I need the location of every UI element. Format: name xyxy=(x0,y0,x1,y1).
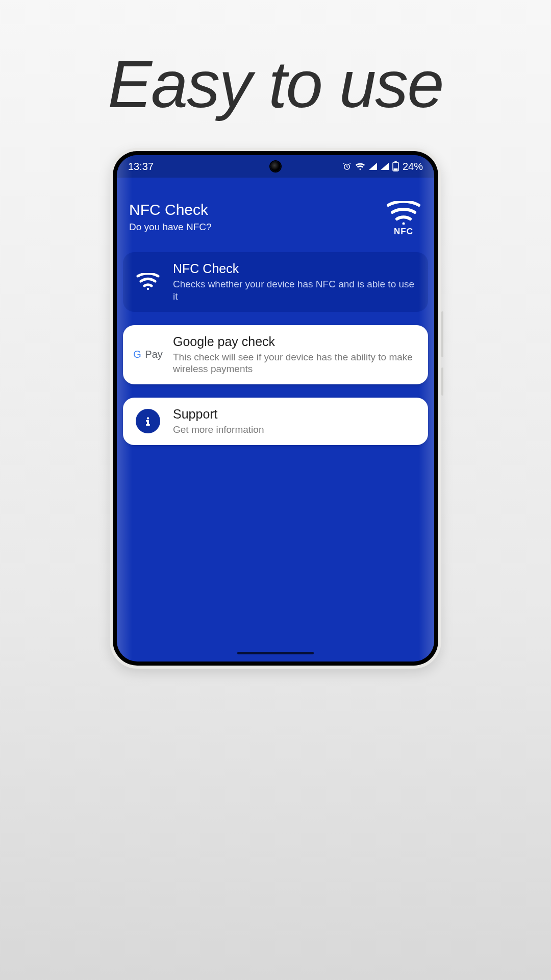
promo-headline: Easy to use xyxy=(0,46,551,122)
info-icon xyxy=(133,409,163,433)
card-nfc-check[interactable]: NFC Check Checks whether your device has… xyxy=(123,252,428,312)
card-text: NFC Check Checks whether your device has… xyxy=(173,261,418,303)
card-subtitle: Get more information xyxy=(173,424,418,436)
battery-icon xyxy=(392,161,399,172)
device-frame: 13:37 24% xyxy=(110,148,441,669)
status-battery-text: 24% xyxy=(403,161,423,173)
card-title: NFC Check xyxy=(173,261,418,276)
svg-rect-9 xyxy=(146,424,150,426)
card-title: Google pay check xyxy=(173,334,418,349)
alarm-icon xyxy=(342,162,352,171)
card-text: Google pay check This check will see if … xyxy=(173,334,418,376)
device-bezel: 13:37 24% xyxy=(113,151,438,666)
card-subtitle: Checks whether your device has NFC and i… xyxy=(173,278,418,303)
card-title: Support xyxy=(173,407,418,422)
nfc-logo-label: NFC xyxy=(385,227,422,237)
card-list: NFC Check Checks whether your device has… xyxy=(117,252,434,445)
svg-point-4 xyxy=(403,223,405,225)
status-bar: 13:37 24% xyxy=(117,155,434,178)
gesture-nav-bar[interactable] xyxy=(237,652,314,654)
app-title: NFC Check xyxy=(129,201,212,218)
card-text: Support Get more information xyxy=(173,407,418,436)
status-right-cluster: 24% xyxy=(342,161,423,173)
svg-rect-2 xyxy=(394,161,397,163)
status-time: 13:37 xyxy=(128,161,154,173)
front-camera xyxy=(270,161,281,172)
device-screen: 13:37 24% xyxy=(117,155,434,662)
wifi-icon xyxy=(355,162,365,170)
device-side-button xyxy=(441,368,443,396)
signal-icon xyxy=(369,163,377,170)
device-side-button xyxy=(441,311,443,357)
app-header: NFC Check Do you have NFC? NFC xyxy=(117,178,434,252)
svg-rect-8 xyxy=(146,420,148,422)
wifi-icon xyxy=(133,273,163,290)
card-support[interactable]: Support Get more information xyxy=(123,398,428,445)
svg-point-5 xyxy=(147,288,149,290)
gpay-icon: G Pay xyxy=(133,349,163,360)
app-header-text: NFC Check Do you have NFC? xyxy=(129,201,212,233)
nfc-logo: NFC xyxy=(385,201,422,237)
signal-icon xyxy=(381,163,389,170)
app-subtitle: Do you have NFC? xyxy=(129,222,212,233)
svg-point-6 xyxy=(147,418,149,420)
card-gpay-check[interactable]: G Pay Google pay check This check will s… xyxy=(123,325,428,385)
nfc-wave-icon xyxy=(385,201,422,225)
card-subtitle: This check will see if your device has t… xyxy=(173,351,418,376)
svg-rect-3 xyxy=(393,168,397,170)
